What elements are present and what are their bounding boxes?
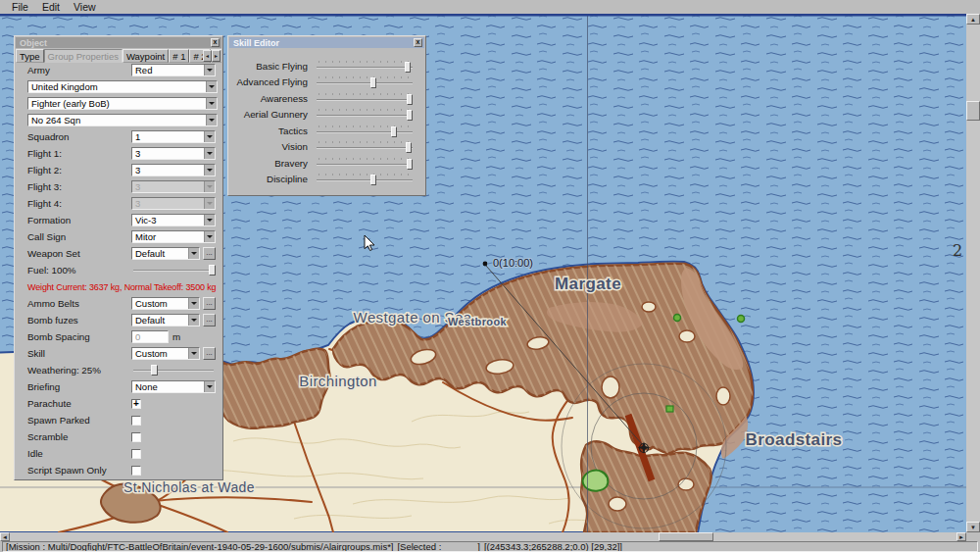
scroll-up-button[interactable]: ▲ bbox=[966, 14, 980, 25]
formation-select[interactable]: Vic-3 bbox=[131, 214, 216, 226]
vision-slider[interactable] bbox=[317, 139, 413, 154]
weapon-set-more-button[interactable]: ... bbox=[203, 247, 216, 260]
skill-editor-titlebar[interactable]: Skill Editor x bbox=[229, 37, 424, 48]
idle-label: Idle bbox=[27, 448, 131, 459]
dropdown-arrow-icon[interactable] bbox=[204, 148, 215, 159]
dropdown-arrow-icon[interactable] bbox=[204, 381, 215, 392]
tactics-slider-thumb[interactable] bbox=[391, 126, 397, 137]
object-dialog-titlebar[interactable]: Object x bbox=[16, 37, 221, 48]
basic-flying-label: Basic Flying bbox=[234, 61, 317, 72]
horizontal-scrollbar-thumb[interactable] bbox=[659, 532, 713, 541]
tab-scroll-right-button[interactable]: ► bbox=[212, 50, 220, 62]
menu-file[interactable]: File bbox=[5, 1, 35, 13]
bomb-fuzes-select[interactable]: Default bbox=[131, 314, 200, 326]
dropdown-arrow-icon[interactable] bbox=[188, 348, 199, 359]
fuel-slider[interactable] bbox=[131, 264, 216, 276]
advanced-flying-slider-thumb[interactable] bbox=[370, 77, 376, 88]
object-dialog-close-button[interactable]: x bbox=[211, 38, 220, 47]
flight1-select[interactable]: 3 bbox=[131, 147, 216, 160]
slider-track[interactable] bbox=[317, 99, 413, 100]
basic-flying-slider-thumb[interactable] bbox=[405, 62, 411, 73]
tab-type[interactable]: Type bbox=[16, 49, 44, 63]
tactics-slider[interactable] bbox=[317, 124, 413, 138]
bomb-spacing-input[interactable]: 0 bbox=[131, 330, 169, 343]
tab-1[interactable]: # 1 bbox=[169, 49, 189, 63]
dropdown-arrow-icon[interactable] bbox=[206, 81, 217, 92]
squadron-select[interactable]: 1 bbox=[131, 130, 216, 143]
slider-track[interactable] bbox=[317, 82, 413, 83]
bomb-fuzes-label: Bomb fuzes bbox=[27, 315, 131, 326]
dropdown-arrow-icon[interactable] bbox=[204, 65, 215, 75]
bravery-slider-thumb[interactable] bbox=[407, 159, 413, 170]
spawn-parked-checkbox[interactable] bbox=[131, 416, 141, 426]
call-sign-label: Call Sign bbox=[27, 231, 131, 242]
tab-scroll-left-button[interactable]: ◄ bbox=[203, 50, 212, 62]
army-select[interactable]: Red bbox=[131, 64, 216, 76]
slider-track[interactable] bbox=[317, 179, 413, 180]
bravery-slider[interactable] bbox=[317, 156, 413, 171]
flight2-select[interactable]: 3 bbox=[131, 164, 216, 176]
weathering-slider[interactable] bbox=[131, 364, 216, 376]
awareness-slider[interactable] bbox=[317, 91, 413, 106]
discipline-slider[interactable] bbox=[317, 172, 413, 186]
grid-number-label: 2 bbox=[953, 241, 962, 260]
slider-track[interactable] bbox=[317, 147, 413, 148]
weathering-slider-thumb[interactable] bbox=[151, 365, 158, 376]
dropdown-arrow-icon[interactable] bbox=[204, 131, 215, 142]
flight4-select: 3 bbox=[131, 197, 216, 210]
skill-editor-close-button[interactable]: x bbox=[414, 38, 422, 47]
tab-group-properties[interactable]: Group Properties bbox=[44, 49, 122, 63]
slider-ticks bbox=[318, 61, 411, 63]
country-select[interactable]: United Kingdom bbox=[27, 80, 218, 93]
slider-track[interactable] bbox=[317, 131, 413, 132]
ammo-belts-more-button[interactable]: ... bbox=[203, 297, 216, 310]
scramble-checkbox[interactable] bbox=[131, 432, 141, 442]
vision-slider-thumb[interactable] bbox=[406, 142, 412, 153]
weathering-row: Weathering: 25% bbox=[15, 362, 222, 378]
scroll-left-button[interactable]: ◄ bbox=[0, 532, 10, 541]
horizontal-scrollbar[interactable]: ◄ ► bbox=[0, 532, 966, 541]
slider-track[interactable] bbox=[317, 115, 413, 116]
dropdown-arrow-icon[interactable] bbox=[204, 165, 215, 176]
weathering-slider-track[interactable] bbox=[133, 370, 214, 371]
call-sign-select[interactable]: Mitor bbox=[131, 230, 216, 243]
skill-rows: Basic FlyingAdvanced FlyingAwarenessAeri… bbox=[234, 58, 417, 187]
menu-view[interactable]: View bbox=[67, 1, 103, 13]
basic-flying-slider[interactable] bbox=[317, 59, 413, 74]
slider-track[interactable] bbox=[317, 67, 413, 68]
scroll-down-button[interactable]: ▼ bbox=[966, 522, 980, 532]
scroll-right-button[interactable]: ► bbox=[956, 532, 966, 541]
parachute-checkbox[interactable]: + bbox=[131, 399, 141, 409]
weapon-set-select[interactable]: Default bbox=[131, 247, 200, 260]
discipline-slider-thumb[interactable] bbox=[370, 175, 376, 185]
dropdown-arrow-icon[interactable] bbox=[188, 298, 199, 309]
vertical-scrollbar-thumb[interactable] bbox=[966, 101, 980, 121]
skill-select[interactable]: Custom bbox=[131, 347, 200, 360]
aerial-gunnery-label: Aerial Gunnery bbox=[234, 109, 317, 120]
menu-edit[interactable]: Edit bbox=[35, 1, 67, 13]
skill-more-button[interactable]: ... bbox=[203, 347, 216, 360]
idle-checkbox[interactable] bbox=[131, 449, 141, 459]
advanced-flying-slider[interactable] bbox=[317, 75, 413, 89]
dropdown-arrow-icon[interactable] bbox=[188, 248, 199, 259]
aircraft-class-select[interactable]: Fighter (early BoB) bbox=[27, 97, 218, 110]
dropdown-arrow-icon[interactable] bbox=[206, 115, 217, 125]
dropdown-arrow-icon[interactable] bbox=[206, 98, 217, 109]
vertical-scrollbar[interactable]: ▲ ▼ bbox=[966, 14, 980, 532]
dropdown-arrow-icon[interactable] bbox=[204, 231, 215, 242]
dropdown-arrow-icon[interactable] bbox=[204, 215, 215, 226]
briefing-select[interactable]: None bbox=[131, 380, 216, 393]
tab-waypoint[interactable]: Waypoint bbox=[122, 49, 169, 63]
spawn-parked-label: Spawn Parked bbox=[27, 415, 131, 426]
fuel-slider-thumb[interactable] bbox=[209, 265, 216, 276]
bomb-fuzes-more-button[interactable]: ... bbox=[203, 314, 216, 326]
slider-track[interactable] bbox=[317, 164, 413, 165]
aerial-gunnery-slider[interactable] bbox=[317, 107, 413, 122]
dropdown-arrow-icon[interactable] bbox=[188, 315, 199, 326]
aerial-gunnery-slider-thumb[interactable] bbox=[407, 110, 413, 121]
ammo-belts-select[interactable]: Custom bbox=[131, 297, 200, 310]
unit-select[interactable]: No 264 Sqn bbox=[27, 114, 218, 126]
fuel-slider-track[interactable] bbox=[133, 270, 214, 271]
script-spawn-only-checkbox[interactable] bbox=[131, 466, 141, 476]
awareness-slider-thumb[interactable] bbox=[407, 94, 413, 105]
